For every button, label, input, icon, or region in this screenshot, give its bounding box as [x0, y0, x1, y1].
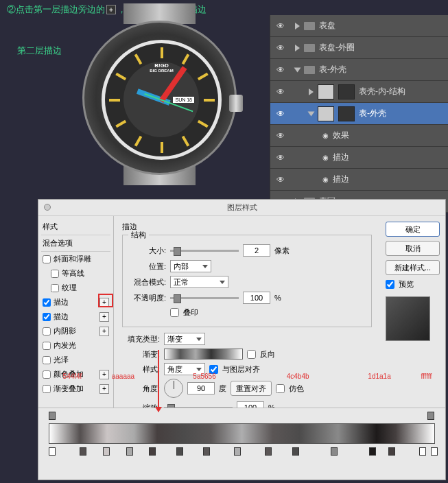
add-stroke-icon[interactable]: +	[99, 327, 109, 336]
ok-button[interactable]: 确定	[386, 222, 440, 237]
opacity-slider[interactable]	[170, 297, 239, 299]
size-input[interactable]	[243, 244, 270, 257]
color-stop[interactable]	[369, 447, 376, 456]
style-checkbox[interactable]	[51, 270, 59, 278]
style-checkbox[interactable]	[43, 313, 51, 321]
gradient-editor[interactable]: ffffff544f4fcbc5c5aaaaaa463f3f4c4b4b5a56…	[38, 408, 445, 480]
blendmode-select[interactable]: 正常	[170, 276, 228, 288]
reset-align-button[interactable]: 重置对齐	[231, 381, 272, 396]
folder-icon	[304, 66, 315, 74]
expand-icon[interactable]	[295, 23, 300, 30]
color-stop[interactable]	[149, 447, 156, 456]
expand-icon[interactable]	[309, 89, 314, 95]
style-item[interactable]: 光泽	[41, 353, 110, 367]
add-stroke-icon[interactable]: +	[99, 384, 109, 394]
color-stop[interactable]	[292, 447, 299, 456]
folder-icon	[304, 22, 315, 30]
color-stop[interactable]	[388, 447, 395, 456]
style-item[interactable]: 纹理	[41, 281, 110, 295]
mask-thumb	[338, 84, 355, 99]
visibility-icon[interactable]: 👁	[274, 65, 287, 75]
visibility-icon[interactable]: 👁	[274, 87, 287, 97]
position-label: 位置:	[128, 261, 166, 272]
style-item[interactable]: 斜面和浮雕	[41, 252, 110, 266]
folder-icon	[304, 44, 315, 52]
close-icon[interactable]	[44, 204, 51, 211]
styles-list: 样式 混合选项 斜面和浮雕等高线纹理描边+描边+内阴影+内发光光泽颜色叠加+渐变…	[38, 216, 114, 422]
style-checkbox[interactable]	[43, 385, 51, 393]
angle-input[interactable]	[187, 382, 215, 394]
expand-icon[interactable]	[294, 67, 301, 72]
visibility-icon[interactable]: 👁	[274, 175, 287, 185]
layer-row[interactable]: 👁表-外壳	[270, 103, 448, 125]
style-checkbox[interactable]	[43, 255, 51, 263]
layer-row[interactable]: 👁表盘	[270, 15, 448, 37]
add-stroke-icon[interactable]: +	[99, 370, 109, 379]
angle-dial[interactable]	[164, 379, 183, 398]
style-checkbox[interactable]	[43, 298, 51, 307]
cancel-button[interactable]: 取消	[386, 241, 440, 256]
hex-annotation: ffffff	[421, 373, 432, 380]
position-select[interactable]: 内部	[170, 260, 211, 272]
layer-row[interactable]: 👁表盘-外圈	[270, 37, 448, 59]
layers-panel[interactable]: 👁表盘👁表盘-外圈👁表-外壳👁表壳-内-结构👁表-外壳👁◉效果👁◉描边👁◉描边👁…	[270, 15, 448, 213]
new-style-button[interactable]: 新建样式...	[386, 260, 440, 275]
gradient-picker[interactable]	[164, 349, 243, 360]
size-slider[interactable]	[170, 250, 239, 252]
blend-options[interactable]: 混合选项	[41, 235, 110, 252]
size-label: 大小:	[128, 246, 166, 256]
visibility-icon[interactable]: 👁	[274, 131, 287, 141]
style-item[interactable]: 等高线	[41, 266, 110, 281]
visibility-icon[interactable]: 👁	[274, 21, 287, 31]
watch-crown	[229, 95, 243, 112]
overprint-checkbox[interactable]	[170, 308, 179, 317]
preview-checkbox[interactable]	[386, 280, 394, 289]
style-checkbox[interactable]	[43, 342, 51, 350]
color-stop[interactable]	[49, 447, 56, 456]
style-item[interactable]: 描边+	[41, 295, 110, 309]
color-stop[interactable]	[331, 447, 338, 456]
layer-row[interactable]: 👁◉描边	[270, 147, 448, 169]
layer-row[interactable]: 👁◉效果	[270, 125, 448, 147]
visibility-icon[interactable]: 👁	[274, 109, 287, 119]
visibility-icon[interactable]: 👁	[274, 43, 287, 53]
color-stop[interactable]	[126, 447, 133, 456]
reverse-checkbox[interactable]	[247, 350, 256, 359]
color-stop[interactable]	[203, 447, 210, 456]
layer-name: 描边	[333, 152, 349, 163]
color-stop[interactable]	[234, 447, 241, 456]
dither-checkbox[interactable]	[276, 384, 285, 393]
style-item[interactable]: 渐变叠加+	[41, 381, 110, 396]
visibility-icon[interactable]: 👁	[274, 153, 287, 163]
watch-brand: B!GDBIG DREAM	[105, 62, 218, 73]
style-checkbox[interactable]	[43, 327, 51, 335]
filltype-select[interactable]: 渐变	[164, 333, 205, 345]
opacity-label: 不透明度:	[128, 293, 166, 303]
style-item[interactable]: 内发光	[41, 338, 110, 353]
styles-header[interactable]: 样式	[41, 219, 110, 235]
color-stop[interactable]	[419, 447, 426, 456]
color-stop[interactable]	[265, 447, 272, 456]
style-item[interactable]: 描边+	[41, 309, 110, 324]
layer-row[interactable]: 👁表-外壳	[270, 59, 448, 81]
style-label: 内阴影	[54, 326, 76, 336]
style-checkbox[interactable]	[51, 284, 59, 292]
expand-icon[interactable]	[308, 111, 315, 116]
style-label: 等高线	[62, 268, 84, 279]
opacity-input[interactable]	[243, 292, 270, 304]
color-stop[interactable]	[431, 447, 438, 456]
color-stop[interactable]	[80, 447, 86, 456]
hex-annotation: 544f4f	[63, 373, 82, 380]
layer-row[interactable]: 👁◉描边	[270, 169, 448, 191]
style-item[interactable]: 内阴影+	[41, 324, 110, 338]
style-checkbox[interactable]	[43, 356, 51, 364]
style-checkbox[interactable]	[43, 370, 51, 379]
layer-row[interactable]: 👁表壳-内-结构	[270, 81, 448, 103]
add-stroke-icon[interactable]: +	[99, 312, 109, 322]
filltype-label: 填充类型:	[122, 334, 160, 344]
color-stop[interactable]	[103, 447, 110, 456]
layer-name: 表盘-外圈	[319, 42, 355, 54]
color-stop[interactable]	[176, 447, 183, 456]
expand-icon[interactable]	[295, 45, 300, 51]
gradient-strip[interactable]	[49, 423, 435, 444]
